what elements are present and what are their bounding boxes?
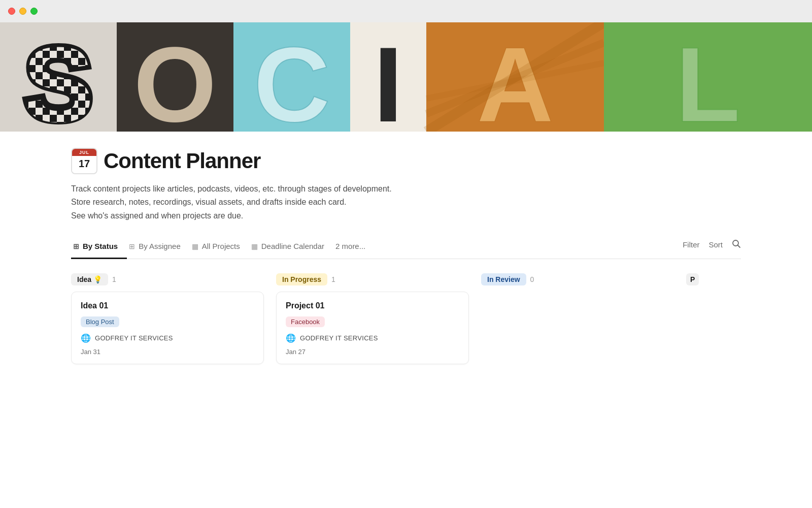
tab-by-assignee-icon: ⊞ — [129, 242, 135, 250]
column-header-in-review: In Review 0 — [481, 273, 674, 285]
sort-button[interactable]: Sort — [708, 240, 723, 249]
svg-text:C: C — [253, 25, 330, 132]
status-badge-inreview: In Review — [481, 273, 526, 285]
org-name: GODFREY IT SERVICES — [300, 334, 378, 342]
calendar-icon: JUL 17 — [71, 148, 97, 174]
page-header: JUL 17 Content Planner — [71, 148, 741, 174]
tab-all-projects[interactable]: ▦ All Projects — [190, 237, 249, 259]
svg-line-24 — [738, 245, 740, 247]
calendar-day: 17 — [72, 156, 96, 172]
close-button[interactable] — [8, 8, 15, 15]
tab-deadline-calendar-label: Deadline Calendar — [261, 242, 324, 250]
tab-by-assignee-label: By Assignee — [139, 242, 181, 250]
filter-button[interactable]: Filter — [683, 240, 699, 249]
minimize-button[interactable] — [19, 8, 26, 15]
card-org: 🌐 GODFREY IT SERVICES — [81, 333, 254, 343]
svg-text:I: I — [374, 25, 403, 132]
status-badge-inprogress: In Progress — [276, 273, 327, 285]
kanban-card-project-01[interactable]: Project 01 Facebook 🌐 GODFREY IT SERVICE… — [276, 292, 469, 364]
kanban-column-in-progress: In Progress 1 Project 01 Facebook 🌐 GODF… — [276, 273, 469, 370]
svg-text:L: L — [675, 25, 740, 132]
tab-by-status-icon: ⊞ — [73, 242, 79, 250]
org-icon: 🌐 — [286, 333, 296, 343]
inprogress-badge-label: In Progress — [282, 275, 321, 283]
tab-more-label: 2 more... — [335, 242, 365, 250]
tab-by-status[interactable]: ⊞ By Status — [71, 237, 127, 259]
column-header-in-progress: In Progress 1 — [276, 273, 469, 285]
kanban-column-published-partial: P — [686, 273, 706, 292]
status-badge-idea: Idea 💡 — [71, 273, 108, 285]
calendar-month: JUL — [72, 149, 96, 156]
description-line-2: Store research, notes, recordings, visua… — [71, 196, 741, 209]
banner-image: S S O O O C I — [0, 22, 812, 132]
card-tag-facebook: Facebook — [286, 316, 325, 327]
tab-deadline-calendar-icon: ▦ — [251, 242, 258, 250]
status-badge-published: P — [686, 273, 699, 285]
tab-all-projects-icon: ▦ — [192, 242, 198, 250]
tabs-toolbar: Filter Sort — [683, 239, 741, 257]
window-chrome — [0, 0, 812, 22]
tab-more[interactable]: 2 more... — [333, 237, 375, 259]
idea-count: 1 — [112, 275, 116, 283]
card-tag-blogpost: Blog Post — [81, 316, 119, 327]
column-header-idea: Idea 💡 1 — [71, 273, 264, 285]
card-title: Idea 01 — [81, 301, 254, 310]
org-icon: 🌐 — [81, 333, 91, 343]
description-line-1: Track content projects like articles, po… — [71, 182, 741, 196]
tab-all-projects-label: All Projects — [202, 242, 240, 250]
description-line-3: See who's assigned and when projects are… — [71, 209, 741, 223]
content-area: JUL 17 Content Planner Track content pro… — [0, 132, 812, 391]
page-title: Content Planner — [104, 149, 260, 173]
kanban-column-in-review: In Review 0 — [481, 273, 674, 292]
kanban-column-idea: Idea 💡 1 Idea 01 Blog Post 🌐 GODFREY IT … — [71, 273, 264, 370]
card-date: Jan 31 — [81, 348, 254, 356]
inreview-badge-label: In Review — [487, 275, 520, 283]
card-title: Project 01 — [286, 301, 459, 310]
maximize-button[interactable] — [30, 8, 38, 15]
tabs-bar: ⊞ By Status ⊞ By Assignee ▦ All Projects… — [71, 237, 741, 259]
search-icon[interactable] — [732, 239, 741, 250]
kanban-board: Idea 💡 1 Idea 01 Blog Post 🌐 GODFREY IT … — [71, 273, 741, 370]
hero-banner: S S O O O C I — [0, 22, 812, 132]
idea-badge-label: Idea 💡 — [77, 275, 102, 283]
card-date: Jan 27 — [286, 348, 459, 356]
tab-by-assignee[interactable]: ⊞ By Assignee — [127, 237, 190, 259]
tab-deadline-calendar[interactable]: ▦ Deadline Calendar — [249, 237, 333, 259]
published-badge-label: P — [690, 275, 695, 283]
kanban-card-idea-01[interactable]: Idea 01 Blog Post 🌐 GODFREY IT SERVICES … — [71, 292, 264, 364]
tabs-list: ⊞ By Status ⊞ By Assignee ▦ All Projects… — [71, 237, 683, 259]
inprogress-count: 1 — [331, 275, 335, 283]
inreview-count: 0 — [530, 275, 534, 283]
column-header-published: P — [686, 273, 706, 285]
org-name: GODFREY IT SERVICES — [95, 334, 173, 342]
card-org: 🌐 GODFREY IT SERVICES — [286, 333, 459, 343]
tab-by-status-label: By Status — [83, 242, 118, 250]
page-description: Track content projects like articles, po… — [71, 182, 741, 223]
